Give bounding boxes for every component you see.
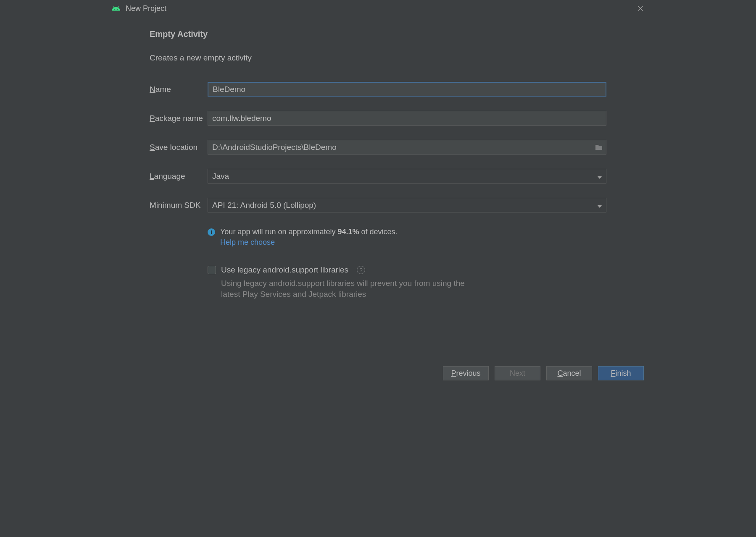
- page-description: Creates a new empty activity: [150, 53, 606, 63]
- min-sdk-value: API 21: Android 5.0 (Lollipop): [212, 201, 316, 210]
- language-value: Java: [212, 172, 229, 181]
- label-name: Name: [150, 85, 208, 94]
- chevron-down-icon: [598, 201, 602, 210]
- legacy-checkbox-row: Use legacy android.support libraries ?: [208, 265, 606, 275]
- page-title: Empty Activity: [150, 29, 606, 39]
- save-location-input[interactable]: [208, 140, 606, 155]
- button-bar: Previous Next Cancel Finish: [105, 362, 651, 390]
- close-icon[interactable]: [636, 4, 645, 13]
- window-title: New Project: [126, 4, 636, 13]
- label-min-sdk: Minimum SDK: [150, 201, 208, 210]
- device-coverage-info: i Your app will run on approximately 94.…: [208, 228, 606, 247]
- new-project-dialog: New Project Empty Activity Creates a new…: [105, 0, 651, 390]
- legacy-checkbox[interactable]: [208, 266, 216, 274]
- label-package: Package name: [150, 114, 208, 123]
- row-save-location: Save location: [150, 140, 606, 155]
- label-save-location: Save location: [150, 143, 208, 152]
- android-icon: [111, 5, 121, 12]
- name-input[interactable]: [208, 82, 606, 97]
- chevron-down-icon: [598, 172, 602, 181]
- row-package: Package name: [150, 111, 606, 126]
- min-sdk-select[interactable]: API 21: Android 5.0 (Lollipop): [208, 198, 606, 212]
- help-me-choose-link[interactable]: Help me choose: [220, 238, 606, 247]
- info-icon: i: [208, 228, 215, 236]
- finish-button[interactable]: Finish: [598, 366, 644, 380]
- legacy-hint: Using legacy android.support libraries w…: [221, 278, 465, 299]
- next-button: Next: [495, 366, 540, 380]
- cancel-button[interactable]: Cancel: [546, 366, 592, 380]
- help-icon[interactable]: ?: [357, 266, 365, 274]
- dialog-content: Empty Activity Creates a new empty activ…: [105, 17, 651, 362]
- coverage-text: i Your app will run on approximately 94.…: [208, 228, 606, 236]
- label-language: Language: [150, 172, 208, 181]
- row-name: Name: [150, 82, 606, 97]
- row-language: Language Java: [150, 169, 606, 183]
- previous-button[interactable]: Previous: [443, 366, 489, 380]
- language-select[interactable]: Java: [208, 169, 606, 183]
- legacy-section: Use legacy android.support libraries ? U…: [208, 265, 606, 299]
- legacy-label: Use legacy android.support libraries: [221, 265, 348, 275]
- row-min-sdk: Minimum SDK API 21: Android 5.0 (Lollipo…: [150, 198, 606, 212]
- folder-browse-icon[interactable]: [595, 144, 603, 151]
- form: Name Package name Save location: [150, 82, 606, 212]
- titlebar: New Project: [105, 0, 651, 17]
- package-input[interactable]: [208, 111, 606, 126]
